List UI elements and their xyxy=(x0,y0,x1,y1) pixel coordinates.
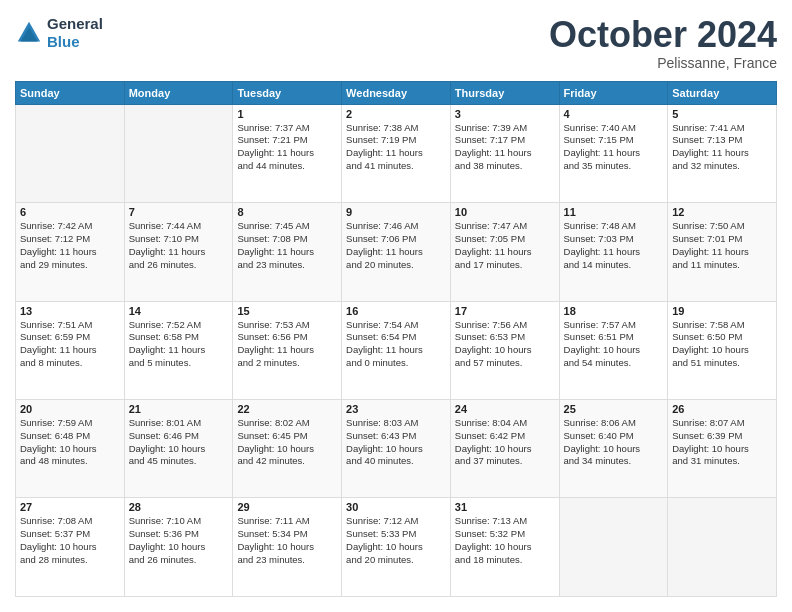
cell-4-1: 28Sunrise: 7:10 AM Sunset: 5:36 PM Dayli… xyxy=(124,498,233,597)
day-num-9: 9 xyxy=(346,206,446,218)
day-num-27: 27 xyxy=(20,501,120,513)
day-num-25: 25 xyxy=(564,403,664,415)
day-detail-7: Sunrise: 7:44 AM Sunset: 7:10 PM Dayligh… xyxy=(129,220,229,271)
cell-1-1: 7Sunrise: 7:44 AM Sunset: 7:10 PM Daylig… xyxy=(124,203,233,301)
cell-4-5 xyxy=(559,498,668,597)
cell-3-3: 23Sunrise: 8:03 AM Sunset: 6:43 PM Dayli… xyxy=(342,400,451,498)
cell-2-6: 19Sunrise: 7:58 AM Sunset: 6:50 PM Dayli… xyxy=(668,301,777,399)
cell-1-6: 12Sunrise: 7:50 AM Sunset: 7:01 PM Dayli… xyxy=(668,203,777,301)
day-num-12: 12 xyxy=(672,206,772,218)
cell-2-3: 16Sunrise: 7:54 AM Sunset: 6:54 PM Dayli… xyxy=(342,301,451,399)
day-detail-1: Sunrise: 7:37 AM Sunset: 7:21 PM Dayligh… xyxy=(237,122,337,173)
day-num-24: 24 xyxy=(455,403,555,415)
day-detail-31: Sunrise: 7:13 AM Sunset: 5:32 PM Dayligh… xyxy=(455,515,555,566)
header-wednesday: Wednesday xyxy=(342,81,451,104)
logo-general: General xyxy=(47,15,103,32)
day-detail-28: Sunrise: 7:10 AM Sunset: 5:36 PM Dayligh… xyxy=(129,515,229,566)
header-monday: Monday xyxy=(124,81,233,104)
day-detail-19: Sunrise: 7:58 AM Sunset: 6:50 PM Dayligh… xyxy=(672,319,772,370)
day-num-13: 13 xyxy=(20,305,120,317)
cell-3-0: 20Sunrise: 7:59 AM Sunset: 6:48 PM Dayli… xyxy=(16,400,125,498)
day-num-22: 22 xyxy=(237,403,337,415)
day-num-29: 29 xyxy=(237,501,337,513)
cell-0-5: 4Sunrise: 7:40 AM Sunset: 7:15 PM Daylig… xyxy=(559,104,668,202)
day-num-6: 6 xyxy=(20,206,120,218)
day-num-3: 3 xyxy=(455,108,555,120)
page: General Blue October 2024 Pelissanne, Fr… xyxy=(0,0,792,612)
day-num-18: 18 xyxy=(564,305,664,317)
logo-text: General Blue xyxy=(47,15,103,51)
cell-2-5: 18Sunrise: 7:57 AM Sunset: 6:51 PM Dayli… xyxy=(559,301,668,399)
calendar-table: Sunday Monday Tuesday Wednesday Thursday… xyxy=(15,81,777,597)
cell-4-6 xyxy=(668,498,777,597)
cell-4-4: 31Sunrise: 7:13 AM Sunset: 5:32 PM Dayli… xyxy=(450,498,559,597)
day-detail-12: Sunrise: 7:50 AM Sunset: 7:01 PM Dayligh… xyxy=(672,220,772,271)
day-num-4: 4 xyxy=(564,108,664,120)
day-num-2: 2 xyxy=(346,108,446,120)
week-row-1: 6Sunrise: 7:42 AM Sunset: 7:12 PM Daylig… xyxy=(16,203,777,301)
day-num-7: 7 xyxy=(129,206,229,218)
cell-1-2: 8Sunrise: 7:45 AM Sunset: 7:08 PM Daylig… xyxy=(233,203,342,301)
day-detail-9: Sunrise: 7:46 AM Sunset: 7:06 PM Dayligh… xyxy=(346,220,446,271)
day-detail-27: Sunrise: 7:08 AM Sunset: 5:37 PM Dayligh… xyxy=(20,515,120,566)
week-row-2: 13Sunrise: 7:51 AM Sunset: 6:59 PM Dayli… xyxy=(16,301,777,399)
cell-2-4: 17Sunrise: 7:56 AM Sunset: 6:53 PM Dayli… xyxy=(450,301,559,399)
cell-1-4: 10Sunrise: 7:47 AM Sunset: 7:05 PM Dayli… xyxy=(450,203,559,301)
calendar-body: 1Sunrise: 7:37 AM Sunset: 7:21 PM Daylig… xyxy=(16,104,777,596)
day-num-14: 14 xyxy=(129,305,229,317)
header-thursday: Thursday xyxy=(450,81,559,104)
day-num-15: 15 xyxy=(237,305,337,317)
header-tuesday: Tuesday xyxy=(233,81,342,104)
day-detail-14: Sunrise: 7:52 AM Sunset: 6:58 PM Dayligh… xyxy=(129,319,229,370)
day-detail-22: Sunrise: 8:02 AM Sunset: 6:45 PM Dayligh… xyxy=(237,417,337,468)
day-num-30: 30 xyxy=(346,501,446,513)
cell-0-6: 5Sunrise: 7:41 AM Sunset: 7:13 PM Daylig… xyxy=(668,104,777,202)
week-row-3: 20Sunrise: 7:59 AM Sunset: 6:48 PM Dayli… xyxy=(16,400,777,498)
cell-2-2: 15Sunrise: 7:53 AM Sunset: 6:56 PM Dayli… xyxy=(233,301,342,399)
day-detail-15: Sunrise: 7:53 AM Sunset: 6:56 PM Dayligh… xyxy=(237,319,337,370)
day-num-28: 28 xyxy=(129,501,229,513)
cell-1-3: 9Sunrise: 7:46 AM Sunset: 7:06 PM Daylig… xyxy=(342,203,451,301)
day-detail-25: Sunrise: 8:06 AM Sunset: 6:40 PM Dayligh… xyxy=(564,417,664,468)
day-detail-8: Sunrise: 7:45 AM Sunset: 7:08 PM Dayligh… xyxy=(237,220,337,271)
cell-4-2: 29Sunrise: 7:11 AM Sunset: 5:34 PM Dayli… xyxy=(233,498,342,597)
cell-1-0: 6Sunrise: 7:42 AM Sunset: 7:12 PM Daylig… xyxy=(16,203,125,301)
day-detail-30: Sunrise: 7:12 AM Sunset: 5:33 PM Dayligh… xyxy=(346,515,446,566)
week-row-0: 1Sunrise: 7:37 AM Sunset: 7:21 PM Daylig… xyxy=(16,104,777,202)
cell-3-5: 25Sunrise: 8:06 AM Sunset: 6:40 PM Dayli… xyxy=(559,400,668,498)
day-num-21: 21 xyxy=(129,403,229,415)
day-num-23: 23 xyxy=(346,403,446,415)
day-num-10: 10 xyxy=(455,206,555,218)
day-num-20: 20 xyxy=(20,403,120,415)
day-detail-17: Sunrise: 7:56 AM Sunset: 6:53 PM Dayligh… xyxy=(455,319,555,370)
cell-4-0: 27Sunrise: 7:08 AM Sunset: 5:37 PM Dayli… xyxy=(16,498,125,597)
day-detail-29: Sunrise: 7:11 AM Sunset: 5:34 PM Dayligh… xyxy=(237,515,337,566)
day-detail-5: Sunrise: 7:41 AM Sunset: 7:13 PM Dayligh… xyxy=(672,122,772,173)
day-detail-11: Sunrise: 7:48 AM Sunset: 7:03 PM Dayligh… xyxy=(564,220,664,271)
cell-3-2: 22Sunrise: 8:02 AM Sunset: 6:45 PM Dayli… xyxy=(233,400,342,498)
cell-0-2: 1Sunrise: 7:37 AM Sunset: 7:21 PM Daylig… xyxy=(233,104,342,202)
cell-3-1: 21Sunrise: 8:01 AM Sunset: 6:46 PM Dayli… xyxy=(124,400,233,498)
day-detail-26: Sunrise: 8:07 AM Sunset: 6:39 PM Dayligh… xyxy=(672,417,772,468)
day-detail-16: Sunrise: 7:54 AM Sunset: 6:54 PM Dayligh… xyxy=(346,319,446,370)
logo-icon xyxy=(15,19,43,47)
day-detail-2: Sunrise: 7:38 AM Sunset: 7:19 PM Dayligh… xyxy=(346,122,446,173)
day-num-11: 11 xyxy=(564,206,664,218)
header-friday: Friday xyxy=(559,81,668,104)
day-detail-4: Sunrise: 7:40 AM Sunset: 7:15 PM Dayligh… xyxy=(564,122,664,173)
cell-3-4: 24Sunrise: 8:04 AM Sunset: 6:42 PM Dayli… xyxy=(450,400,559,498)
cell-0-1 xyxy=(124,104,233,202)
header: General Blue October 2024 Pelissanne, Fr… xyxy=(15,15,777,71)
cell-2-0: 13Sunrise: 7:51 AM Sunset: 6:59 PM Dayli… xyxy=(16,301,125,399)
day-detail-21: Sunrise: 8:01 AM Sunset: 6:46 PM Dayligh… xyxy=(129,417,229,468)
header-saturday: Saturday xyxy=(668,81,777,104)
day-detail-6: Sunrise: 7:42 AM Sunset: 7:12 PM Dayligh… xyxy=(20,220,120,271)
cell-0-3: 2Sunrise: 7:38 AM Sunset: 7:19 PM Daylig… xyxy=(342,104,451,202)
day-num-16: 16 xyxy=(346,305,446,317)
day-detail-18: Sunrise: 7:57 AM Sunset: 6:51 PM Dayligh… xyxy=(564,319,664,370)
day-detail-24: Sunrise: 8:04 AM Sunset: 6:42 PM Dayligh… xyxy=(455,417,555,468)
day-detail-3: Sunrise: 7:39 AM Sunset: 7:17 PM Dayligh… xyxy=(455,122,555,173)
day-detail-13: Sunrise: 7:51 AM Sunset: 6:59 PM Dayligh… xyxy=(20,319,120,370)
header-sunday: Sunday xyxy=(16,81,125,104)
cell-0-0 xyxy=(16,104,125,202)
